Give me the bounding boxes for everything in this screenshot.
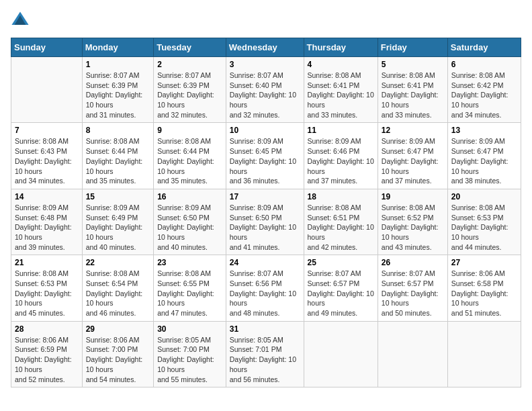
day-number: 30	[157, 324, 222, 334]
day-info: Sunrise: 8:06 AMSunset: 6:59 PMDaylight:…	[15, 335, 79, 384]
calendar-cell	[11, 57, 83, 123]
weekday-header-monday: Monday	[82, 38, 154, 57]
calendar-cell: 26Sunrise: 8:07 AMSunset: 6:57 PMDayligh…	[378, 255, 447, 321]
day-info: Sunrise: 8:06 AMSunset: 7:00 PMDaylight:…	[86, 335, 150, 384]
calendar-body: 1Sunrise: 8:07 AMSunset: 6:39 PMDaylight…	[11, 57, 521, 387]
calendar-cell: 10Sunrise: 8:09 AMSunset: 6:45 PMDayligh…	[226, 123, 304, 189]
day-number: 10	[230, 126, 300, 135]
calendar-cell	[304, 321, 378, 387]
day-number: 1	[86, 60, 150, 69]
calendar-cell: 22Sunrise: 8:08 AMSunset: 6:54 PMDayligh…	[82, 255, 154, 321]
day-info: Sunrise: 8:07 AMSunset: 6:56 PMDaylight:…	[230, 269, 300, 318]
day-info: Sunrise: 8:07 AMSunset: 6:39 PMDaylight:…	[86, 71, 150, 120]
day-number: 28	[15, 324, 79, 334]
calendar-cell: 16Sunrise: 8:09 AMSunset: 6:50 PMDayligh…	[154, 189, 226, 255]
day-number: 9	[157, 126, 222, 135]
calendar-cell: 5Sunrise: 8:08 AMSunset: 6:41 PMDaylight…	[378, 57, 447, 123]
weekday-header-tuesday: Tuesday	[154, 38, 226, 57]
calendar-cell: 28Sunrise: 8:06 AMSunset: 6:59 PMDayligh…	[11, 321, 83, 387]
day-info: Sunrise: 8:08 AMSunset: 6:42 PMDaylight:…	[451, 71, 517, 120]
day-number: 15	[86, 192, 150, 201]
day-info: Sunrise: 8:08 AMSunset: 6:44 PMDaylight:…	[86, 136, 150, 185]
weekday-header-saturday: Saturday	[447, 38, 521, 57]
calendar-cell: 2Sunrise: 8:07 AMSunset: 6:39 PMDaylight…	[154, 57, 226, 123]
day-number: 8	[86, 126, 150, 135]
day-number: 27	[451, 258, 517, 267]
day-number: 20	[451, 192, 517, 201]
calendar-cell: 15Sunrise: 8:09 AMSunset: 6:49 PMDayligh…	[82, 189, 154, 255]
calendar-cell: 19Sunrise: 8:08 AMSunset: 6:52 PMDayligh…	[378, 189, 447, 255]
day-info: Sunrise: 8:09 AMSunset: 6:46 PMDaylight:…	[308, 136, 374, 185]
calendar-cell: 18Sunrise: 8:08 AMSunset: 6:51 PMDayligh…	[304, 189, 378, 255]
day-info: Sunrise: 8:08 AMSunset: 6:53 PMDaylight:…	[451, 203, 517, 252]
week-row-3: 14Sunrise: 8:09 AMSunset: 6:48 PMDayligh…	[11, 189, 521, 255]
calendar-cell	[378, 321, 447, 387]
calendar-cell: 1Sunrise: 8:07 AMSunset: 6:39 PMDaylight…	[82, 57, 154, 123]
day-info: Sunrise: 8:09 AMSunset: 6:47 PMDaylight:…	[382, 136, 444, 185]
calendar-cell: 17Sunrise: 8:09 AMSunset: 6:50 PMDayligh…	[226, 189, 304, 255]
week-row-1: 1Sunrise: 8:07 AMSunset: 6:39 PMDaylight…	[11, 57, 521, 123]
calendar-cell: 27Sunrise: 8:06 AMSunset: 6:58 PMDayligh…	[447, 255, 521, 321]
day-info: Sunrise: 8:09 AMSunset: 6:45 PMDaylight:…	[230, 136, 300, 185]
day-info: Sunrise: 8:09 AMSunset: 6:48 PMDaylight:…	[15, 203, 79, 252]
day-info: Sunrise: 8:07 AMSunset: 6:57 PMDaylight:…	[308, 269, 374, 318]
weekday-header-thursday: Thursday	[304, 38, 378, 57]
calendar-cell: 9Sunrise: 8:08 AMSunset: 6:44 PMDaylight…	[154, 123, 226, 189]
calendar-cell	[447, 321, 521, 387]
day-number: 25	[308, 258, 374, 267]
week-row-2: 7Sunrise: 8:08 AMSunset: 6:43 PMDaylight…	[11, 123, 521, 189]
day-number: 7	[15, 126, 79, 135]
day-info: Sunrise: 8:07 AMSunset: 6:40 PMDaylight:…	[230, 71, 300, 120]
calendar-cell: 7Sunrise: 8:08 AMSunset: 6:43 PMDaylight…	[11, 123, 83, 189]
calendar-cell: 6Sunrise: 8:08 AMSunset: 6:42 PMDaylight…	[447, 57, 521, 123]
weekday-header-wednesday: Wednesday	[226, 38, 304, 57]
week-row-4: 21Sunrise: 8:08 AMSunset: 6:53 PMDayligh…	[11, 255, 521, 321]
calendar-cell: 13Sunrise: 8:09 AMSunset: 6:47 PMDayligh…	[447, 123, 521, 189]
calendar-cell: 14Sunrise: 8:09 AMSunset: 6:48 PMDayligh…	[11, 189, 83, 255]
day-info: Sunrise: 8:08 AMSunset: 6:41 PMDaylight:…	[382, 71, 444, 120]
day-info: Sunrise: 8:08 AMSunset: 6:43 PMDaylight:…	[15, 136, 79, 185]
day-info: Sunrise: 8:09 AMSunset: 6:49 PMDaylight:…	[86, 203, 150, 252]
calendar-cell: 8Sunrise: 8:08 AMSunset: 6:44 PMDaylight…	[82, 123, 154, 189]
day-number: 22	[86, 258, 150, 267]
calendar-cell: 30Sunrise: 8:05 AMSunset: 7:00 PMDayligh…	[154, 321, 226, 387]
day-info: Sunrise: 8:08 AMSunset: 6:53 PMDaylight:…	[15, 269, 79, 318]
day-number: 12	[382, 126, 444, 135]
day-number: 2	[157, 60, 222, 69]
day-info: Sunrise: 8:07 AMSunset: 6:57 PMDaylight:…	[382, 269, 444, 318]
day-number: 11	[308, 126, 374, 135]
day-number: 29	[86, 324, 150, 334]
day-number: 14	[15, 192, 79, 201]
day-info: Sunrise: 8:08 AMSunset: 6:52 PMDaylight:…	[382, 203, 444, 252]
day-number: 17	[230, 192, 300, 201]
day-info: Sunrise: 8:08 AMSunset: 6:55 PMDaylight:…	[157, 269, 222, 318]
logo-icon	[11, 11, 30, 30]
calendar-cell: 23Sunrise: 8:08 AMSunset: 6:55 PMDayligh…	[154, 255, 226, 321]
day-number: 13	[451, 126, 517, 135]
day-info: Sunrise: 8:09 AMSunset: 6:50 PMDaylight:…	[230, 203, 300, 252]
day-number: 16	[157, 192, 222, 201]
calendar-table: SundayMondayTuesdayWednesdayThursdayFrid…	[11, 38, 521, 387]
weekday-header-sunday: Sunday	[11, 38, 83, 57]
calendar-cell: 20Sunrise: 8:08 AMSunset: 6:53 PMDayligh…	[447, 189, 521, 255]
day-info: Sunrise: 8:08 AMSunset: 6:51 PMDaylight:…	[308, 203, 374, 252]
calendar-cell: 29Sunrise: 8:06 AMSunset: 7:00 PMDayligh…	[82, 321, 154, 387]
day-info: Sunrise: 8:08 AMSunset: 6:44 PMDaylight:…	[157, 136, 222, 185]
day-number: 21	[15, 258, 79, 267]
day-info: Sunrise: 8:05 AMSunset: 7:00 PMDaylight:…	[157, 335, 222, 384]
day-number: 4	[308, 60, 374, 69]
day-info: Sunrise: 8:06 AMSunset: 6:58 PMDaylight:…	[451, 269, 517, 318]
calendar-cell: 11Sunrise: 8:09 AMSunset: 6:46 PMDayligh…	[304, 123, 378, 189]
day-number: 18	[308, 192, 374, 201]
calendar-cell: 24Sunrise: 8:07 AMSunset: 6:56 PMDayligh…	[226, 255, 304, 321]
page-header	[11, 11, 521, 30]
day-number: 19	[382, 192, 444, 201]
day-number: 26	[382, 258, 444, 267]
day-info: Sunrise: 8:09 AMSunset: 6:50 PMDaylight:…	[157, 203, 222, 252]
calendar-cell: 21Sunrise: 8:08 AMSunset: 6:53 PMDayligh…	[11, 255, 83, 321]
day-info: Sunrise: 8:07 AMSunset: 6:39 PMDaylight:…	[157, 71, 222, 120]
day-number: 23	[157, 258, 222, 267]
day-number: 3	[230, 60, 300, 69]
week-row-5: 28Sunrise: 8:06 AMSunset: 6:59 PMDayligh…	[11, 321, 521, 387]
calendar-cell: 12Sunrise: 8:09 AMSunset: 6:47 PMDayligh…	[378, 123, 447, 189]
